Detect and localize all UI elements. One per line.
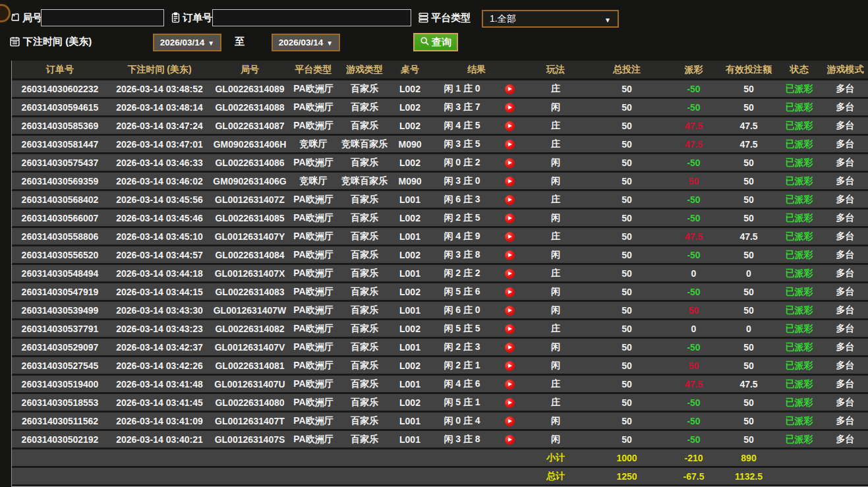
cell-valid: 50 [721,209,776,227]
cell-time: 2026-03-14 03:44:18 [108,264,211,283]
cell-status: 已派彩 [776,393,822,412]
replay-video-icon[interactable] [505,103,515,113]
cell-mode: 多台 [822,172,868,190]
column-header: 桌号 [391,61,429,80]
cell-table-no: L002 [391,393,429,412]
table-row: 2603140305588062026-03-14 03:45:10GL0012… [12,227,868,246]
cell-total: 50 [587,172,666,190]
cell-game-type: 百家乐 [338,117,391,135]
cell-time: 2026-03-14 03:41:48 [108,375,211,393]
cell-game-type: 竞咪百家乐 [338,172,391,190]
cell-table-no: M090 [391,135,429,154]
replay-video-icon[interactable] [505,195,515,205]
cell-play: 庄 [524,117,587,135]
cell-payout: 50 [666,357,721,375]
cell-status: 已派彩 [776,283,822,301]
cell-total: 50 [587,135,666,154]
replay-video-icon[interactable] [505,158,515,168]
replay-video-icon[interactable] [505,324,515,334]
chevron-down-icon [604,14,611,24]
table-row: 2603140305814472026-03-14 03:47:01GM0902… [12,135,868,154]
cell-result-video [495,393,524,412]
cell-empty [391,449,429,467]
replay-video-icon[interactable] [505,343,515,353]
cell-valid: 50 [721,246,776,264]
replay-video-icon[interactable] [505,177,515,186]
column-header: 有效投注额 [721,61,776,80]
cell-table-no: L002 [391,154,429,172]
game-no-input[interactable] [41,9,164,26]
cell-play: 闲 [524,172,587,190]
replay-video-icon[interactable] [505,380,515,389]
cell-result: 闲 0 庄 4 [429,412,495,430]
cell-table-no: L002 [391,357,429,375]
cell-result-video [495,117,524,135]
table-row: 2603140305394992026-03-14 03:43:30GL0012… [12,301,868,320]
table-row: 2603140305565202026-03-14 03:44:57GL0022… [12,246,868,264]
replay-video-icon[interactable] [505,361,515,371]
cell-order: 260314030581447 [12,135,108,154]
cell-platform: 竞咪厅 [289,172,338,190]
cell-result-video [495,227,524,246]
cell-play: 庄 [524,190,587,209]
cell-status: 已派彩 [776,172,822,190]
cell-order: 260314030511562 [12,412,108,430]
cell-status: 已派彩 [776,320,822,338]
cell-result-video [495,98,524,117]
table-row: 2603140305946152026-03-14 03:48:14GL0022… [12,98,868,117]
cell-game: GL00226314080 [211,393,289,412]
cell-play: 庄 [524,375,587,393]
cell-platform: PA欧洲厅 [289,190,338,209]
cell-platform: PA欧洲厅 [289,209,338,227]
replay-video-icon[interactable] [505,250,515,260]
search-icon [420,36,430,48]
replay-video-icon[interactable] [505,416,515,426]
cell-status: 已派彩 [776,246,822,264]
cell-time: 2026-03-14 03:43:23 [108,320,211,338]
cell-valid: 50 [721,430,776,449]
cell-platform: PA欧洲厅 [289,246,338,264]
replay-video-icon[interactable] [505,435,515,445]
order-no-input[interactable] [212,9,411,26]
cell-empty [211,467,289,486]
replay-video-icon[interactable] [505,84,515,94]
cell-mode: 多台 [822,190,868,209]
tag-icon [10,12,21,23]
column-header: 下注时间 (美东) [108,61,211,80]
cell-platform: PA欧洲厅 [289,375,338,393]
cell-order: 260314030547919 [12,283,108,301]
cell-game: GL00226314085 [211,209,289,227]
replay-video-icon[interactable] [505,214,515,223]
cell-order: 260314030575437 [12,154,108,172]
replay-video-icon[interactable] [505,306,515,316]
cell-result: 闲 1 庄 0 [429,80,495,98]
cell-platform: PA欧洲厅 [289,227,338,246]
replay-video-icon[interactable] [505,140,515,150]
cell-total: 50 [587,190,666,209]
cell-time: 2026-03-14 03:47:24 [108,117,211,135]
date-from-select[interactable]: 2026/03/14 [153,34,221,51]
cell-table-no: L001 [391,375,429,393]
cell-valid: 50 [721,190,776,209]
cell-order: 260314030602232 [12,80,108,98]
replay-video-icon[interactable] [505,269,515,279]
replay-video-icon[interactable] [505,287,515,297]
replay-video-icon[interactable] [505,398,515,408]
cell-valid: 47.5 [721,375,776,393]
date-to-select[interactable]: 2026/03/14 [272,34,340,51]
search-button[interactable]: 查询 [413,33,458,51]
cell-play: 庄 [524,135,587,154]
cell-empty [12,449,108,467]
cell-table-no: L002 [391,246,429,264]
cell-payout: -50 [666,154,721,172]
platform-type-select[interactable]: 1.全部 [482,10,619,28]
cell-result: 闲 2 庄 1 [429,357,495,375]
cell-order: 260314030569359 [12,172,108,190]
platform-type-label: 平台类型 [431,9,471,26]
cell-time: 2026-03-14 03:48:52 [108,80,211,98]
replay-video-icon[interactable] [505,232,515,242]
replay-video-icon[interactable] [505,121,515,131]
cell-payout: 50 [666,301,721,320]
cell-total: 50 [587,338,666,357]
cell-empty [12,467,108,486]
